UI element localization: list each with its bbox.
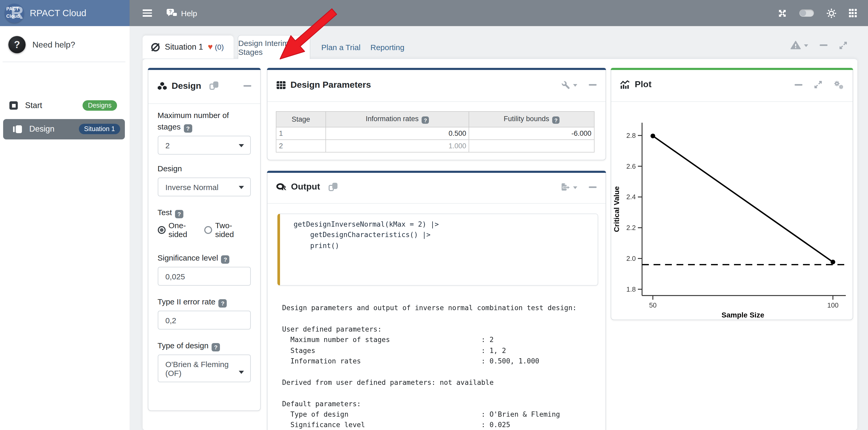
futility-bounds-header: Futility bounds: [469, 111, 594, 127]
type-of-design-help-icon[interactable]: [212, 343, 220, 352]
export-dropdown[interactable]: [561, 183, 577, 191]
chevron-down-icon: [239, 144, 244, 150]
tab-situation-1[interactable]: Situation 1 (0): [142, 35, 234, 59]
significance-help-icon[interactable]: [221, 255, 229, 264]
brightness-settings-icon[interactable]: [827, 8, 836, 18]
tab-reporting[interactable]: Reporting: [370, 35, 404, 59]
rpact-cloud-app: R PACT Cloud RPACT Cloud ? Help: [0, 0, 868, 430]
test-help-icon[interactable]: [175, 210, 183, 218]
empty-set-icon: [150, 41, 161, 53]
caret-down-icon: [573, 186, 577, 191]
two-sided-radio[interactable]: [204, 226, 212, 234]
table-header-row: Stage Information rates Futility bounds: [276, 111, 594, 127]
caret-down-icon: [573, 84, 577, 89]
hamburger-menu-icon[interactable]: [142, 8, 152, 18]
sidebar-divider: [3, 62, 125, 62]
one-sided-radio[interactable]: [157, 226, 165, 234]
type-of-design-select[interactable]: O'Brien & Fleming (OF): [157, 355, 250, 382]
chevron-down-icon: [239, 186, 244, 192]
design-card: Design Maximum number of stages 2 Design…: [148, 68, 260, 411]
stage-header: Stage: [276, 111, 326, 127]
need-help-link[interactable]: ? Need help?: [8, 36, 75, 53]
warning-icon: [790, 41, 801, 49]
sidebar-item-start[interactable]: Start Designs: [9, 98, 125, 113]
dark-mode-toggle[interactable]: [799, 9, 814, 17]
svg-text:2.2: 2.2: [626, 224, 636, 232]
design-parameters-table: Stage Information rates Futility bounds …: [276, 111, 594, 153]
copy-icon[interactable]: [328, 183, 337, 191]
start-icon: [9, 101, 18, 110]
expand-plot-icon[interactable]: [814, 81, 822, 89]
r-code-block[interactable]: getDesignInverseNormal(kMax = 2) |> getD…: [277, 213, 598, 286]
r-console-output: Design parameters and output of inverse …: [268, 303, 605, 430]
collapse-plot-button[interactable]: [794, 84, 802, 86]
svg-text:Sample Size: Sample Size: [721, 311, 764, 319]
table-icon: [276, 81, 286, 89]
cubes-icon: [157, 81, 167, 90]
warnings-dropdown[interactable]: [790, 41, 808, 49]
plot-card: Plot 1.82.02.22.42.62.850100Sample S: [611, 68, 853, 320]
copy-icon[interactable]: [210, 81, 218, 90]
heart-icon[interactable]: [208, 43, 213, 51]
information-rates-header: Information rates: [326, 111, 469, 127]
information-rates-help-icon[interactable]: [422, 117, 429, 124]
svg-text:?: ?: [169, 9, 172, 14]
type2-help-icon[interactable]: [219, 299, 227, 307]
svg-text:2.4: 2.4: [626, 193, 636, 201]
max-stages-label: Maximum number of stages: [157, 111, 229, 131]
topbar-right-icons: [778, 0, 857, 26]
futility-bound-cell[interactable]: -6.000: [469, 127, 594, 140]
max-stages-select[interactable]: 2: [157, 136, 250, 155]
design-parameters-header: Design Parameters: [268, 68, 605, 102]
collapse-output-button[interactable]: [589, 186, 596, 188]
design-card-header: Design: [148, 68, 260, 104]
stage-cell: 2: [276, 140, 326, 152]
file-export-icon: [561, 183, 570, 191]
help-chat-icon: ?: [166, 8, 177, 18]
designs-badge: Designs: [83, 101, 117, 111]
svg-text:Critical Value: Critical Value: [613, 186, 621, 232]
plot-card-header: Plot: [611, 68, 852, 102]
tab-plan-a-trial[interactable]: Plan a Trial: [321, 35, 361, 59]
plot-settings-gears-icon[interactable]: [834, 80, 843, 89]
max-stages-help-icon[interactable]: [184, 124, 192, 133]
test-label: Test: [157, 208, 172, 217]
fullscreen-icon[interactable]: [778, 9, 787, 18]
information-rate-cell[interactable]: 0.500: [326, 127, 469, 140]
design-select[interactable]: Inverse Normal: [157, 177, 250, 196]
caret-down-icon: [804, 44, 808, 49]
design-label: Design: [157, 164, 182, 173]
topbar: ? Help: [129, 0, 868, 26]
apps-grid-icon[interactable]: [849, 9, 857, 17]
futility-bounds-help-icon[interactable]: [552, 117, 559, 124]
information-rate-cell[interactable]: 1.000: [326, 140, 469, 152]
help-button[interactable]: ? Help: [166, 8, 197, 18]
table-row: 2 1.000: [276, 140, 594, 152]
stage-cell: 1: [276, 127, 326, 140]
svg-text:1.8: 1.8: [626, 285, 636, 293]
app-title: RPACT Cloud: [30, 7, 87, 19]
chevron-down-icon: [239, 371, 244, 376]
type2-error-input[interactable]: 0,2: [157, 311, 250, 329]
sidebar-header: R PACT Cloud RPACT Cloud: [0, 0, 129, 26]
tab-design-interim-stages[interactable]: Design Interim Stages: [238, 35, 310, 59]
tools-dropdown[interactable]: [561, 81, 577, 89]
significance-input[interactable]: 0,025: [157, 267, 250, 286]
sidebar: ? Need help? Start Designs Design Situat…: [0, 26, 129, 430]
svg-text:50: 50: [649, 301, 657, 309]
significance-label: Significance level: [157, 253, 218, 262]
collapse-design-parameters-button[interactable]: [589, 84, 596, 86]
type2-error-label: Type II error rate: [157, 297, 216, 306]
plot-svg[interactable]: 1.82.02.22.42.62.850100Sample SizeCritic…: [611, 102, 852, 320]
rpact-logo-icon[interactable]: R PACT Cloud: [5, 3, 24, 23]
question-mark-icon: ?: [8, 36, 26, 53]
sidebar-item-design[interactable]: Design Situation 1: [3, 119, 125, 139]
collapse-design-button[interactable]: [243, 85, 251, 87]
chart-icon: [620, 81, 630, 89]
wrench-icon: [561, 81, 570, 89]
svg-text:2.8: 2.8: [626, 132, 636, 139]
svg-text:2.0: 2.0: [626, 255, 636, 262]
expand-all-icon[interactable]: [839, 41, 847, 49]
futility-bound-cell[interactable]: [469, 140, 594, 152]
collapse-all-button[interactable]: [820, 44, 828, 46]
